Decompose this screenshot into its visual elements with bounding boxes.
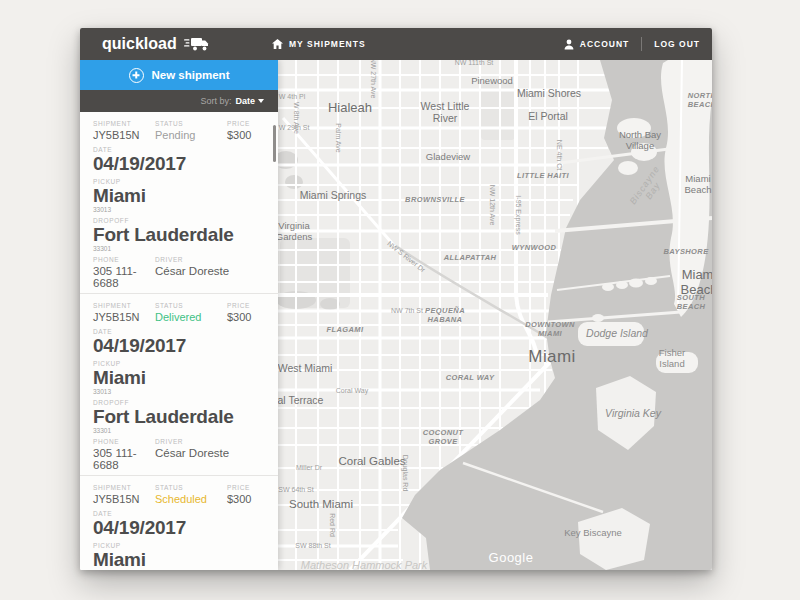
status-value: Pending [155, 129, 227, 141]
nav-my-shipments[interactable]: MY SHIPMENTS [272, 39, 366, 49]
pickup-city-value: Miami [93, 187, 264, 205]
dropoff-field-label: DROPOFF [93, 399, 264, 406]
shipment-list: SHIPMENT JY5B15N STATUS Pending PRICE $3… [80, 112, 278, 570]
shipment-card[interactable]: SHIPMENT JY5B15N STATUS Delivered PRICE … [80, 294, 278, 476]
sort-bar: Sort by: Date [80, 90, 278, 112]
price-value: $300 [227, 129, 264, 141]
price-value: $300 [227, 311, 264, 323]
app-window: quickload MY SHIPMENTS [80, 28, 712, 570]
dropoff-city-value: Fort Lauderdale [93, 408, 264, 426]
pickup-field-label: PICKUP [93, 178, 264, 185]
pickup-zip-value: 33013 [93, 206, 264, 213]
phone-field-label: PHONE [93, 438, 155, 445]
shipment-id-value: JY5B15N [93, 311, 155, 323]
pickup-field-label: PICKUP [93, 542, 264, 549]
phone-value: 305 111-6688 [93, 447, 155, 471]
new-shipment-button[interactable]: New shipment [80, 60, 278, 90]
sort-dropdown[interactable]: Date [235, 96, 264, 106]
pickup-field-label: PICKUP [93, 360, 264, 367]
app-logo[interactable]: quickload [80, 35, 256, 53]
driver-value: César Doreste [155, 447, 264, 459]
date-value: 04/19/2017 [93, 337, 264, 355]
shipment-field-label: SHIPMENT [93, 484, 155, 491]
chevron-down-icon [258, 99, 264, 103]
logo-text: quickload [102, 35, 177, 53]
driver-field-label: DRIVER [155, 438, 264, 445]
sort-value: Date [235, 96, 255, 106]
sidebar-scrollbar[interactable] [273, 125, 276, 162]
header-divider [641, 37, 642, 51]
status-field-label: STATUS [155, 120, 227, 127]
plus-icon [129, 68, 144, 83]
date-value: 04/19/2017 [93, 519, 264, 537]
truck-icon [184, 37, 210, 52]
map-canvas [278, 60, 712, 570]
dropoff-field-label: DROPOFF [93, 217, 264, 224]
pickup-city-value: Miami [93, 551, 264, 569]
person-icon [564, 39, 574, 50]
status-value: Delivered [155, 311, 227, 323]
new-shipment-label: New shipment [152, 69, 230, 81]
home-icon [272, 39, 283, 49]
date-field-label: DATE [93, 328, 264, 335]
date-field-label: DATE [93, 146, 264, 153]
dropoff-city-value: Fort Lauderdale [93, 226, 264, 244]
pickup-city-value: Miami [93, 369, 264, 387]
sort-by-label: Sort by: [200, 96, 231, 106]
logout-button[interactable]: LOG OUT [654, 39, 700, 49]
map-view[interactable]: NW 111th StW 4th PlW 8th AveNW 27th AveP… [278, 60, 712, 570]
date-value: 04/19/2017 [93, 155, 264, 173]
account-button[interactable]: ACCOUNT [564, 39, 630, 50]
shipment-card[interactable]: SHIPMENT JY5B15N STATUS Scheduled PRICE … [80, 476, 278, 570]
shipment-card[interactable]: SHIPMENT JY5B15N STATUS Pending PRICE $3… [80, 112, 278, 294]
logout-label: LOG OUT [654, 39, 700, 49]
phone-value: 305 111-6688 [93, 265, 155, 289]
driver-field-label: DRIVER [155, 256, 264, 263]
status-value: Scheduled [155, 493, 227, 505]
dropoff-zip-value: 33301 [93, 245, 264, 252]
status-field-label: STATUS [155, 484, 227, 491]
pickup-zip-value: 33013 [93, 388, 264, 395]
phone-field-label: PHONE [93, 256, 155, 263]
price-field-label: PRICE [227, 120, 264, 127]
app-header: quickload MY SHIPMENTS [80, 28, 712, 60]
shipments-sidebar: New shipment Sort by: Date SHIPMENT JY5B… [80, 60, 278, 570]
status-field-label: STATUS [155, 302, 227, 309]
price-field-label: PRICE [227, 484, 264, 491]
price-field-label: PRICE [227, 302, 264, 309]
shipment-id-value: JY5B15N [93, 129, 155, 141]
shipment-field-label: SHIPMENT [93, 120, 155, 127]
nav-my-shipments-label: MY SHIPMENTS [289, 39, 366, 49]
shipment-field-label: SHIPMENT [93, 302, 155, 309]
dropoff-zip-value: 33301 [93, 427, 264, 434]
driver-value: César Doreste [155, 265, 264, 277]
price-value: $300 [227, 493, 264, 505]
date-field-label: DATE [93, 510, 264, 517]
account-label: ACCOUNT [580, 39, 630, 49]
shipment-id-value: JY5B15N [93, 493, 155, 505]
